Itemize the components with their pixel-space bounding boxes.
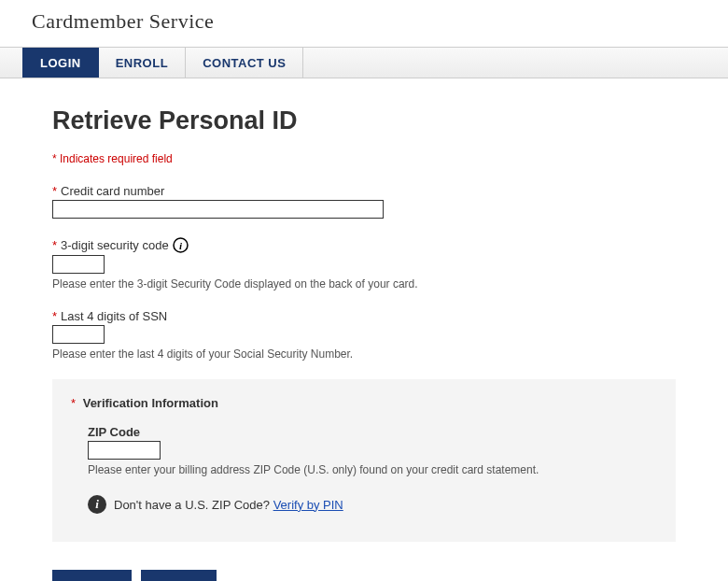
page-title: Retrieve Personal ID [52,106,676,135]
verification-section: * Verification Information ZIP Code Plea… [52,379,676,542]
submit-button[interactable]: SUBMIT [141,570,217,581]
field-ssn: * Last 4 digits of SSN Please enter the … [52,309,676,361]
svg-text:i: i [179,240,183,251]
ssn-input[interactable] [52,325,105,344]
tab-contact-us[interactable]: CONTACT US [186,48,303,78]
field-zip: ZIP Code Please enter your billing addre… [88,425,657,476]
logo: Cardmember Service [32,9,728,34]
tab-enroll[interactable]: ENROLL [99,48,186,78]
required-asterisk: * [52,238,57,252]
security-code-helper: Please enter the 3-digit Security Code d… [52,277,676,290]
field-security-code: * 3-digit security code i Please enter t… [52,237,676,290]
verification-title-text: Verification Information [83,396,218,410]
info-circle-icon: i [88,495,106,514]
required-asterisk: * [71,396,76,410]
verify-by-pin-link[interactable]: Verify by PIN [273,498,343,512]
cancel-button[interactable]: CANCEL [52,570,132,581]
tab-bar: LOGIN ENROLL CONTACT US [0,47,728,78]
required-field-note: * Indicates required field [52,152,676,165]
required-asterisk: * [52,184,57,198]
no-zip-row: i Don't have a U.S. ZIP Code? Verify by … [88,495,657,514]
ssn-label: * Last 4 digits of SSN [52,309,676,323]
required-asterisk: * [52,309,57,323]
no-zip-prompt: Don't have a U.S. ZIP Code? [114,498,273,512]
tab-login[interactable]: LOGIN [22,48,99,78]
ssn-helper: Please enter the last 4 digits of your S… [52,347,676,361]
zip-helper: Please enter your billing address ZIP Co… [88,463,657,476]
zip-label: ZIP Code [88,425,657,439]
security-code-label: * 3-digit security code i [52,237,676,253]
zip-input[interactable] [88,441,161,460]
security-code-label-text: 3-digit security code [61,238,169,252]
credit-card-label: * Credit card number [52,184,676,198]
credit-card-label-text: Credit card number [61,184,164,198]
credit-card-input[interactable] [52,200,384,219]
verification-title: * Verification Information [71,396,657,410]
no-zip-text: Don't have a U.S. ZIP Code? Verify by PI… [114,498,343,512]
header: Cardmember Service [0,0,728,47]
security-code-input[interactable] [52,255,105,274]
ssn-label-text: Last 4 digits of SSN [61,309,167,323]
button-row: CANCEL SUBMIT [52,570,676,581]
info-icon[interactable]: i [173,237,189,253]
field-credit-card: * Credit card number [52,184,676,219]
main-content: Retrieve Personal ID * Indicates require… [0,78,728,581]
